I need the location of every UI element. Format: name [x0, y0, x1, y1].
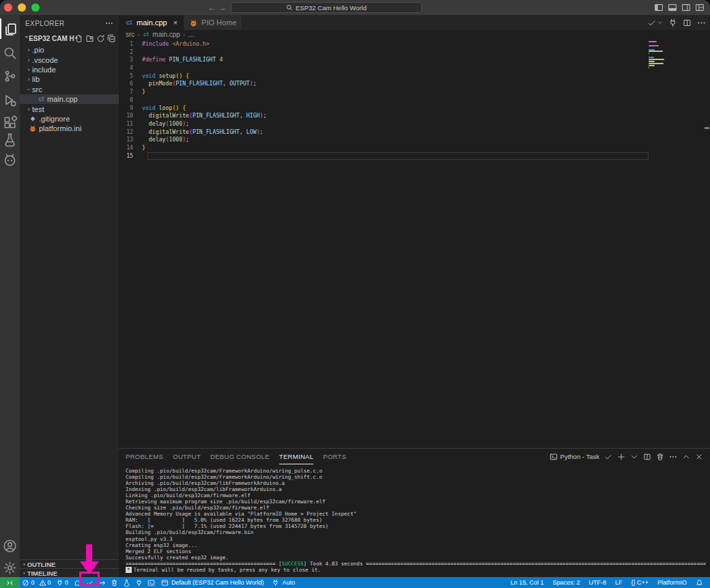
minimap[interactable]	[649, 41, 672, 70]
tab-close-icon[interactable]: ×	[173, 18, 178, 27]
code-line-15[interactable]: 15	[119, 152, 266, 160]
activity-item-run-debug[interactable]	[0, 89, 20, 110]
error-count: 0	[31, 579, 34, 586]
tab-main-cpp[interactable]: Cmain.cpp×	[119, 15, 184, 30]
pio-serial-monitor-button[interactable]	[132, 577, 145, 588]
refresh-icon[interactable]	[96, 34, 105, 43]
title-bar: ← → ESP32 Cam Hello World	[0, 0, 710, 15]
tab-pio-home[interactable]: PIO Home	[184, 15, 242, 30]
code-line-6[interactable]: 6 pinMode(PIN_FLASHLIGHT, OUTPUT);	[119, 80, 266, 88]
code-line-10[interactable]: 10 digitalWrite(PIN_FLASHLIGHT, HIGH);	[119, 112, 266, 120]
terminal-line: Compiling .pio/build/esp32cam/FrameworkA…	[126, 468, 706, 474]
tree-item-test[interactable]: ›test	[20, 104, 119, 113]
terminal-task-entry[interactable]: Python - Task	[550, 453, 599, 461]
collapse-all-icon[interactable]	[107, 34, 116, 43]
code-line-7[interactable]: 7}	[119, 88, 266, 96]
status-encoding[interactable]: UTF-8	[588, 577, 606, 588]
split-editor-icon[interactable]	[683, 18, 692, 27]
activity-item-platformio[interactable]	[0, 149, 20, 169]
views-more-icon[interactable]	[105, 19, 113, 27]
code-line-2[interactable]: 2	[119, 48, 266, 57]
pio-clean-button[interactable]	[108, 577, 120, 588]
bell-icon[interactable]	[696, 579, 703, 587]
tree-item--pio[interactable]: ›.pio	[20, 45, 119, 55]
tree-item--gitignore[interactable]: .gitignore	[20, 114, 119, 124]
pio-env-switcher[interactable]: Default (ESP32 Cam Hello World)	[157, 577, 268, 588]
tree-item-include[interactable]: ›include	[20, 65, 119, 74]
code-line-12[interactable]: 12 digitalWrite(PIN_FLASHLIGHT, LOW);	[119, 128, 266, 137]
serial-plug-icon[interactable]	[668, 18, 677, 27]
code-line-14[interactable]: 14}	[119, 144, 266, 152]
close-window-button[interactable]	[4, 3, 12, 12]
code-line-3[interactable]: 3#define PIN_FLASHLIGHT 4	[119, 56, 266, 64]
pio-test-button[interactable]	[120, 577, 132, 588]
breadcrumb-item[interactable]: src	[126, 31, 134, 38]
nav-back-icon[interactable]: ←	[206, 2, 217, 13]
tree-item--vscode[interactable]: ›.vscode	[20, 55, 119, 64]
tree-item-lib[interactable]: ›lib	[20, 74, 119, 84]
code-line-11[interactable]: 11 delay(1000);	[119, 120, 266, 128]
status-cursor-position[interactable]: Ln 15, Col 1	[511, 577, 544, 588]
activity-item-search[interactable]	[0, 42, 20, 63]
problems-indicator[interactable]: 0 0	[20, 577, 53, 588]
run-build-check-icon[interactable]	[647, 18, 656, 27]
trash-icon[interactable]	[656, 453, 664, 461]
chevron-down-icon[interactable]	[630, 453, 638, 461]
breadcrumb[interactable]: src›Cmain.cpp›…	[119, 30, 710, 39]
close-icon[interactable]	[695, 453, 703, 461]
pio-new-terminal-button[interactable]	[145, 577, 157, 588]
project-section-header[interactable]: › ESP32 CAM HELL...	[20, 31, 119, 45]
code-line-5[interactable]: 5void setup() {	[119, 72, 266, 81]
warning-icon	[39, 579, 46, 587]
ports-indicator[interactable]: 0	[53, 577, 71, 588]
toggle-panel-icon[interactable]	[668, 3, 677, 12]
minimize-window-button[interactable]	[18, 3, 26, 12]
code-line-9[interactable]: 9void loop() {	[119, 104, 266, 113]
more-icon[interactable]	[669, 453, 677, 461]
panel-tab-terminal[interactable]: TERMINAL	[279, 449, 313, 464]
plus-icon[interactable]	[617, 453, 625, 461]
breadcrumb-item[interactable]: main.cpp	[152, 31, 180, 38]
tree-item-platformio-ini[interactable]: platformio.ini	[20, 124, 119, 133]
code-line-4[interactable]: 4	[119, 64, 266, 72]
code-editor[interactable]: 1#include <Arduino.h>23#define PIN_FLASH…	[119, 39, 710, 448]
tree-item-main-cpp[interactable]: Cmain.cpp	[20, 94, 119, 104]
check-icon[interactable]	[604, 453, 612, 461]
code-line-8[interactable]: 8	[119, 96, 266, 104]
chevron-down-icon[interactable]	[657, 20, 663, 25]
section-timeline[interactable]: ›TIMELINE	[20, 568, 119, 577]
toggle-sidebar-right-icon[interactable]	[681, 3, 691, 12]
status-platformio-label[interactable]: PlatformIO	[657, 577, 687, 588]
panel-tab-output[interactable]: OUTPUT	[173, 449, 201, 464]
tree-item-src[interactable]: ›src	[20, 85, 119, 94]
status-language-mode[interactable]: {} C++	[631, 577, 649, 588]
activity-item-manage[interactable]	[0, 557, 20, 578]
remote-indicator[interactable]	[0, 577, 20, 588]
activity-item-explorer[interactable]	[0, 18, 20, 39]
status-eol-sequence[interactable]: LF	[615, 577, 623, 588]
panel-tab-ports[interactable]: PORTS	[323, 449, 346, 464]
breadcrumb-item[interactable]: …	[188, 31, 195, 38]
more-icon[interactable]	[697, 18, 706, 27]
terminal-output[interactable]: Compiling .pio/build/esp32cam/FrameworkA…	[126, 468, 706, 576]
new-file-icon[interactable]	[74, 34, 83, 43]
command-center-search[interactable]: ESP32 Cam Hello World	[231, 2, 422, 13]
toggle-sidebar-left-icon[interactable]	[654, 3, 664, 12]
panel-tab-debug-console[interactable]: DEBUG CONSOLE	[210, 449, 270, 464]
pio-serial-port-selector[interactable]: Auto	[268, 577, 299, 588]
activity-item-source-control[interactable]	[0, 66, 20, 86]
panel-tab-problems[interactable]: PROBLEMS	[126, 449, 163, 464]
tab-label: main.cpp	[137, 18, 167, 27]
code-line-1[interactable]: 1#include <Arduino.h>	[119, 40, 266, 48]
customize-layout-icon[interactable]	[695, 3, 705, 12]
new-folder-icon[interactable]	[85, 34, 94, 43]
activity-item-testing[interactable]	[0, 129, 20, 150]
split-editor-icon[interactable]	[643, 453, 651, 461]
activity-item-accounts[interactable]	[0, 535, 20, 556]
code-line-13[interactable]: 13 delay(1000);	[119, 136, 266, 144]
chevron-up-icon[interactable]	[682, 453, 690, 461]
section-outline[interactable]: ›OUTLINE	[20, 559, 119, 568]
zoom-window-button[interactable]	[31, 3, 40, 12]
nav-forward-icon[interactable]: →	[217, 2, 228, 13]
status-indentation[interactable]: Spaces: 2	[552, 577, 580, 588]
